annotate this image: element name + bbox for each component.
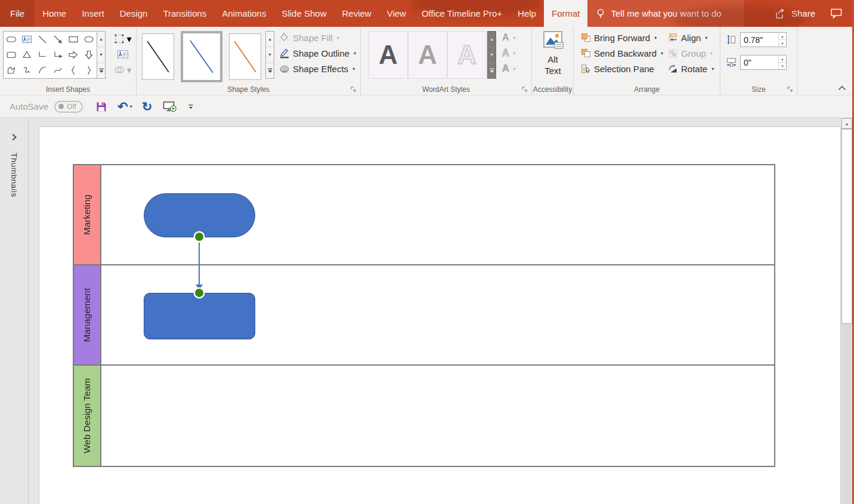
shape-line-button[interactable] <box>35 32 50 47</box>
gallery-scroll-up-icon[interactable]: ▴ <box>97 32 105 47</box>
comments-icon[interactable] <box>831 8 842 18</box>
redo-button[interactable]: ↻ <box>142 100 153 113</box>
shape-right-brace-button[interactable] <box>81 63 97 78</box>
customize-qat-button[interactable] <box>188 104 194 110</box>
tell-me-box[interactable]: Tell me what you want to do <box>587 0 744 27</box>
selection-pane-button[interactable]: Selection Pane <box>581 61 663 76</box>
tab-review[interactable]: Review <box>334 0 379 27</box>
gallery-scroll-down-icon[interactable]: ▾ <box>97 47 105 63</box>
scrollbar-thumb[interactable] <box>841 129 852 324</box>
rotate-button[interactable]: Rotate ▾ <box>668 61 714 76</box>
shape-arrow-button[interactable] <box>50 32 66 47</box>
tab-transitions[interactable]: Transitions <box>155 0 214 27</box>
lane-label-web-design-team[interactable]: Web Design Team <box>73 364 101 467</box>
wordart-style-3[interactable]: A <box>447 31 487 79</box>
wordart-scroll-up-icon[interactable]: ▴ <box>488 32 496 47</box>
alt-text-button[interactable]: Alt Text <box>535 30 571 85</box>
shape-effects-button[interactable]: Shape Effects ▾ <box>279 61 356 76</box>
tab-view[interactable]: View <box>379 0 414 27</box>
shape-effects-label: Shape Effects <box>293 64 348 74</box>
shape-curve-button[interactable] <box>50 63 66 78</box>
shape-textbox-button[interactable] <box>19 32 35 47</box>
text-outline-button[interactable]: A▾ <box>502 45 516 61</box>
ribbon-format-tab: ▴ ▾ ▾ ▾ Insert Shapes <box>0 27 854 95</box>
wordart-dialog-launcher-icon[interactable] <box>521 86 528 93</box>
shape-arc-button[interactable] <box>35 63 50 78</box>
style-scroll-up-icon[interactable]: ▴ <box>266 32 274 47</box>
shape-rectangle-button[interactable] <box>66 32 81 47</box>
tab-office-timeline[interactable]: Office Timeline Pro+ <box>414 0 510 27</box>
shape-oval-button[interactable] <box>81 32 97 47</box>
edit-shape-button[interactable]: ▾ <box>111 31 135 47</box>
shape-stadium-button[interactable] <box>4 32 19 47</box>
wordart-style-1[interactable]: A <box>369 31 408 79</box>
connector-endpoint-top[interactable] <box>195 233 203 241</box>
shape-styles-dialog-launcher-icon[interactable] <box>350 86 357 93</box>
size-dialog-launcher-icon[interactable] <box>787 86 794 93</box>
bring-forward-button[interactable]: Bring Forward ▾ <box>581 30 663 45</box>
shape-style-gallery <box>142 31 261 82</box>
shape-outline-button[interactable]: Shape Outline ▾ <box>279 45 356 61</box>
save-button[interactable] <box>96 101 107 112</box>
lane-label-marketing[interactable]: Marketing <box>73 164 101 265</box>
shape-elbow-arrow-button[interactable] <box>50 47 66 63</box>
slideshow-icon <box>163 101 177 113</box>
shape-fill-button[interactable]: Shape Fill ▾ <box>279 30 356 45</box>
group-caret-icon: ▾ <box>710 51 713 56</box>
shape-freeform-button[interactable] <box>4 63 19 78</box>
group-button[interactable]: Group ▾ <box>668 45 714 61</box>
width-spin-up-icon[interactable]: ▴ <box>779 55 786 63</box>
text-box-button-icon <box>117 49 129 60</box>
shape-left-brace-button[interactable] <box>66 63 81 78</box>
shape-triangle-button[interactable] <box>19 47 35 63</box>
shape-style-orange-line[interactable] <box>229 33 261 80</box>
draw-text-box-button[interactable] <box>111 47 135 62</box>
align-button[interactable]: Align ▾ <box>668 30 714 45</box>
height-spin-up-icon[interactable]: ▴ <box>779 33 786 40</box>
style-more-icon[interactable] <box>266 63 274 78</box>
tab-animations[interactable]: Animations <box>214 0 274 27</box>
process-shape[interactable] <box>144 293 255 339</box>
tab-slide-show[interactable]: Slide Show <box>274 0 334 27</box>
connector-endpoint-bottom[interactable] <box>195 289 203 297</box>
tab-format[interactable]: Format <box>544 0 588 27</box>
text-fill-button[interactable]: A▾ <box>502 30 516 45</box>
shape-elbow-connector-button[interactable] <box>35 47 50 63</box>
tab-help[interactable]: Help <box>510 0 544 27</box>
merge-shapes-button[interactable]: ▾ <box>111 62 135 78</box>
thumbnails-pane-title[interactable]: Thumbnails <box>10 153 18 197</box>
group-arrange: Bring Forward ▾ Send Backward ▾ Selectio… <box>574 27 720 95</box>
collapse-ribbon-icon[interactable] <box>837 85 847 91</box>
wordart-more-icon[interactable] <box>488 63 496 78</box>
tab-file[interactable]: File <box>0 0 35 27</box>
send-backward-button[interactable]: Send Backward ▾ <box>581 45 663 61</box>
tab-insert[interactable]: Insert <box>74 0 112 27</box>
expand-thumbnails-icon[interactable] <box>10 134 16 140</box>
gallery-more-icon[interactable] <box>97 63 105 78</box>
shape-width-icon <box>726 57 737 67</box>
lane-body-web-design-team[interactable] <box>100 364 775 467</box>
shape-rounded-rectangle-button[interactable] <box>4 47 19 63</box>
shape-style-black-line[interactable] <box>142 33 174 80</box>
scroll-up-icon[interactable]: ▲ <box>841 118 852 129</box>
height-spin-down-icon[interactable]: ▾ <box>779 40 786 47</box>
shape-style-blue-line-selected[interactable] <box>181 31 222 82</box>
width-spin-down-icon[interactable]: ▾ <box>779 63 786 69</box>
shape-down-arrow-button[interactable] <box>81 47 97 63</box>
start-from-beginning-button[interactable] <box>163 101 177 113</box>
lane-label-management[interactable]: Management <box>73 264 101 366</box>
undo-button[interactable]: ↶ ▾ <box>117 100 132 113</box>
tab-design[interactable]: Design <box>112 0 156 27</box>
text-effects-button[interactable]: A▾ <box>502 61 516 76</box>
wordart-style-2[interactable]: A <box>408 31 447 79</box>
connector-line[interactable] <box>199 240 200 286</box>
autosave-toggle[interactable]: Off <box>54 101 83 113</box>
shape-right-arrow-button[interactable] <box>66 47 81 63</box>
width-row: ▴ ▾ <box>726 55 787 70</box>
style-scroll-down-icon[interactable]: ▾ <box>266 47 274 63</box>
shape-scribble-button[interactable] <box>19 63 35 78</box>
wordart-scroll-down-icon[interactable]: ▾ <box>488 47 496 63</box>
terminator-shape[interactable] <box>144 193 255 237</box>
share-button[interactable]: Share <box>775 8 815 19</box>
tab-home[interactable]: Home <box>35 0 74 27</box>
